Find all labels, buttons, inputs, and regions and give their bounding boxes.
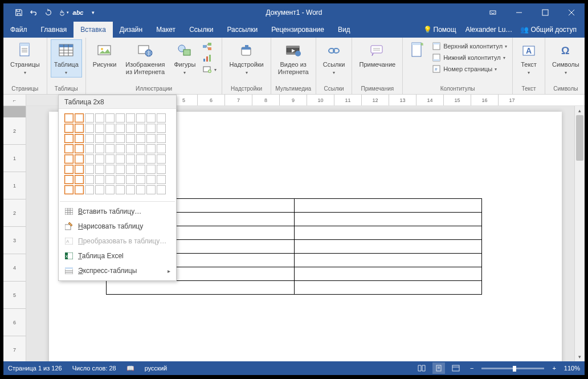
quick-tables-item[interactable]: Экспресс-таблицы ▸ xyxy=(59,263,176,278)
grid-cell[interactable] xyxy=(85,113,94,123)
grid-cell[interactable] xyxy=(116,144,125,153)
zoom-out-button[interactable]: − xyxy=(467,365,477,372)
scroll-up-arrow[interactable]: ▴ xyxy=(575,106,585,115)
tab-review[interactable]: Рецензирование xyxy=(264,22,331,38)
grid-cell[interactable] xyxy=(126,165,135,174)
addins-button[interactable]: Надстройки▾ xyxy=(226,39,267,78)
redo-button[interactable] xyxy=(41,5,56,20)
grid-cell[interactable] xyxy=(85,124,94,133)
footer-button[interactable]: Нижний колонтитул▾ xyxy=(430,52,509,63)
text-button[interactable]: A Текст▾ xyxy=(516,39,541,78)
scroll-thumb[interactable] xyxy=(576,115,583,161)
grid-cell[interactable] xyxy=(105,175,115,184)
grid-cell[interactable] xyxy=(126,134,135,143)
tab-design[interactable]: Дизайн xyxy=(113,22,149,38)
grid-cell[interactable] xyxy=(105,113,115,123)
grid-cell[interactable] xyxy=(157,185,166,194)
grid-cell[interactable] xyxy=(85,175,94,184)
grid-cell[interactable] xyxy=(95,154,104,164)
zoom-slider[interactable] xyxy=(481,368,544,369)
grid-cell[interactable] xyxy=(95,175,104,184)
grid-cell[interactable] xyxy=(85,154,94,164)
grid-cell[interactable] xyxy=(116,165,125,174)
grid-cell[interactable] xyxy=(95,185,104,194)
grid-cell[interactable] xyxy=(146,124,156,133)
insert-table-item[interactable]: Вставить таблицу… xyxy=(59,204,176,219)
grid-cell[interactable] xyxy=(157,144,166,153)
grid-cell[interactable] xyxy=(136,113,145,123)
grid-cell[interactable] xyxy=(126,113,135,123)
grid-cell[interactable] xyxy=(64,113,74,123)
grid-cell[interactable] xyxy=(105,144,115,153)
grid-cell[interactable] xyxy=(85,144,94,153)
online-pictures-button[interactable]: Изображения из Интернета xyxy=(122,39,168,78)
screenshot-button[interactable]: ▾ xyxy=(201,64,218,75)
spellcheck-button[interactable]: abc xyxy=(71,5,85,20)
web-layout-button[interactable] xyxy=(450,362,462,374)
grid-cell[interactable] xyxy=(157,134,166,143)
grid-cell[interactable] xyxy=(75,175,84,184)
grid-cell[interactable] xyxy=(146,185,156,194)
grid-cell[interactable] xyxy=(146,134,156,143)
grid-cell[interactable] xyxy=(75,154,84,164)
minimize-button[interactable] xyxy=(506,3,532,22)
tab-view[interactable]: Вид xyxy=(331,22,357,38)
zoom-level[interactable]: 110% xyxy=(564,365,580,372)
scroll-down-arrow[interactable]: ▾ xyxy=(575,352,585,361)
grid-cell[interactable] xyxy=(157,165,166,174)
shapes-button[interactable]: Фигуры▾ xyxy=(170,39,199,78)
grid-cell[interactable] xyxy=(146,144,156,153)
smartart-button[interactable] xyxy=(201,42,218,52)
grid-cell[interactable] xyxy=(75,134,84,143)
zoom-in-button[interactable]: + xyxy=(549,365,559,372)
grid-cell[interactable] xyxy=(116,175,125,184)
page-number-button[interactable]: #Номер страницы▾ xyxy=(430,64,509,74)
status-words[interactable]: Число слов: 28 xyxy=(72,365,116,372)
grid-cell[interactable] xyxy=(136,185,145,194)
tab-references[interactable]: Ссылки xyxy=(182,22,220,38)
grid-cell[interactable] xyxy=(64,175,74,184)
grid-cell[interactable] xyxy=(116,124,125,133)
grid-cell[interactable] xyxy=(95,124,104,133)
grid-cell[interactable] xyxy=(136,134,145,143)
undo-button[interactable] xyxy=(26,5,41,20)
grid-cell[interactable] xyxy=(146,154,156,164)
status-language[interactable]: русский xyxy=(145,365,167,372)
grid-cell[interactable] xyxy=(136,144,145,153)
grid-cell[interactable] xyxy=(136,124,145,133)
close-button[interactable] xyxy=(558,3,585,22)
grid-cell[interactable] xyxy=(116,154,125,164)
grid-cell[interactable] xyxy=(75,185,84,194)
chart-button[interactable] xyxy=(201,53,218,63)
grid-cell[interactable] xyxy=(64,165,74,174)
online-video-button[interactable]: Видео из Интернета xyxy=(275,39,312,78)
grid-cell[interactable] xyxy=(136,154,145,164)
grid-cell[interactable] xyxy=(85,134,94,143)
excel-spreadsheet-item[interactable]: x Таблица Excel xyxy=(59,248,176,263)
tell-me-search[interactable]: 💡Помощ xyxy=(420,26,460,34)
grid-cell[interactable] xyxy=(105,124,115,133)
grid-cell[interactable] xyxy=(95,113,104,123)
tab-insert[interactable]: Вставка xyxy=(74,22,113,38)
grid-cell[interactable] xyxy=(64,185,74,194)
draw-table-item[interactable]: Нарисовать таблицу xyxy=(59,219,176,234)
qat-customize-button[interactable]: ▾ xyxy=(85,5,100,20)
tab-home[interactable]: Главная xyxy=(34,22,74,38)
grid-cell[interactable] xyxy=(126,154,135,164)
grid-cell[interactable] xyxy=(64,154,74,164)
comment-button[interactable]: Примечание xyxy=(356,39,399,71)
grid-cell[interactable] xyxy=(95,134,104,143)
print-layout-button[interactable] xyxy=(432,362,445,374)
grid-cell[interactable] xyxy=(105,185,115,194)
grid-cell[interactable] xyxy=(157,175,166,184)
maximize-button[interactable] xyxy=(532,3,558,22)
grid-cell[interactable] xyxy=(126,144,135,153)
user-account[interactable]: Alexander Lu… xyxy=(463,26,515,34)
grid-cell[interactable] xyxy=(116,134,125,143)
table-button[interactable]: Таблица▾ xyxy=(51,39,82,78)
grid-cell[interactable] xyxy=(105,154,115,164)
grid-cell[interactable] xyxy=(136,175,145,184)
pictures-button[interactable]: Рисунки xyxy=(89,39,120,71)
grid-cell[interactable] xyxy=(136,165,145,174)
links-button[interactable]: Ссылки▾ xyxy=(320,39,349,78)
